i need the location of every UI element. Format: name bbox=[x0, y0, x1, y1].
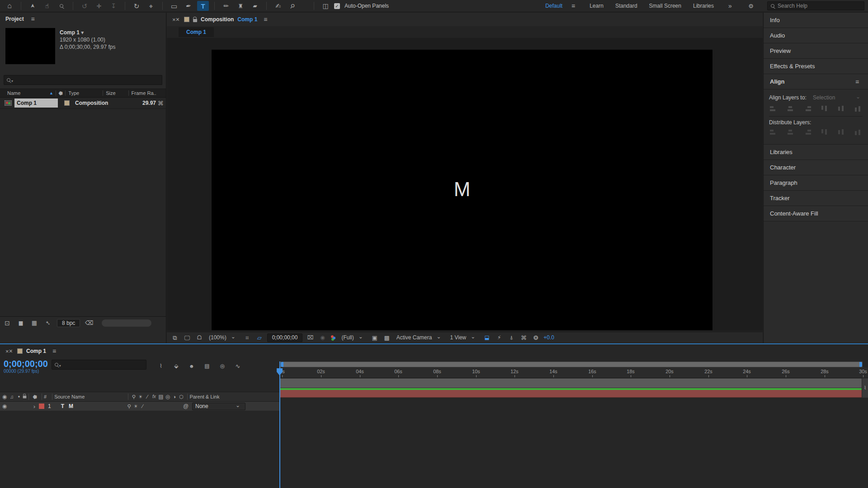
layer-label-swatch[interactable] bbox=[39, 404, 44, 409]
workspace-overflow-icon[interactable] bbox=[726, 1, 735, 10]
column-size[interactable]: Size bbox=[106, 90, 115, 96]
exposure-reset-icon[interactable] bbox=[531, 333, 540, 342]
distribute-right-icon[interactable] bbox=[854, 129, 862, 135]
panel-content-aware-fill[interactable]: Content-Aware Fill bbox=[764, 206, 868, 221]
search-options-caret-icon[interactable]: ▾ bbox=[59, 364, 61, 368]
pen-tool[interactable] bbox=[183, 1, 194, 11]
current-timecode[interactable]: 0;00;00;00 bbox=[4, 359, 48, 369]
layer-visibility-icon[interactable] bbox=[1, 402, 8, 411]
close-icon[interactable]: × bbox=[5, 347, 14, 356]
panel-align[interactable]: Align bbox=[764, 74, 868, 89]
magnification-dropdown[interactable]: (100%) bbox=[207, 333, 240, 342]
align-bottom-icon[interactable] bbox=[854, 106, 862, 112]
search-help-box[interactable] bbox=[767, 1, 864, 10]
selection-tool[interactable] bbox=[27, 1, 38, 11]
region-of-interest-icon[interactable] bbox=[255, 333, 264, 342]
collapse-switch-icon[interactable] bbox=[137, 392, 144, 401]
project-list-empty-area[interactable] bbox=[0, 108, 166, 316]
viewer-tab-comp1[interactable]: Comp 1 bbox=[179, 27, 214, 37]
distribute-vertical-center-icon[interactable] bbox=[787, 129, 794, 135]
target-region-icon[interactable] bbox=[370, 333, 379, 342]
transparency-grid-icon[interactable] bbox=[382, 333, 392, 342]
monitor-icon[interactable] bbox=[183, 333, 192, 342]
time-ruler[interactable]: 0s 02s 04s 06s 08s 10s 12s 14s 16s 18s 2… bbox=[279, 367, 868, 378]
composition-viewer[interactable]: M bbox=[167, 38, 763, 331]
lock-column-icon[interactable] bbox=[23, 395, 27, 398]
column-type[interactable]: Type bbox=[68, 90, 79, 96]
project-item-name[interactable]: Comp 1 bbox=[60, 29, 80, 36]
grid-guides-icon[interactable] bbox=[243, 333, 252, 342]
align-right-icon[interactable] bbox=[803, 106, 811, 112]
project-search-box[interactable]: ▾ bbox=[4, 75, 162, 85]
rectangle-tool[interactable] bbox=[168, 1, 180, 11]
panel-paragraph[interactable]: Paragraph bbox=[764, 175, 868, 191]
layer-expand-chevron-icon[interactable] bbox=[30, 402, 39, 411]
composition-panel-menu-icon[interactable] bbox=[261, 15, 270, 24]
audio-column-icon[interactable] bbox=[8, 392, 15, 401]
panel-info[interactable]: Info bbox=[764, 13, 868, 28]
trash-icon[interactable] bbox=[85, 319, 94, 328]
align-top-icon[interactable] bbox=[821, 106, 828, 112]
layer-number-column[interactable]: # bbox=[44, 394, 47, 399]
eraser-tool[interactable] bbox=[249, 1, 261, 11]
comp-marker-button[interactable] bbox=[862, 378, 868, 398]
show-channels-icon[interactable] bbox=[330, 335, 336, 340]
timeline-tab-comp-name[interactable]: Comp 1 bbox=[26, 348, 46, 354]
work-area-bar[interactable] bbox=[280, 361, 863, 367]
workspace-standard[interactable]: Standard bbox=[615, 3, 637, 9]
align-panel-menu-icon[interactable] bbox=[853, 77, 862, 86]
graph-editor-icon[interactable] bbox=[233, 361, 242, 371]
workspace-libraries[interactable]: Libraries bbox=[693, 3, 714, 9]
fx-switch-icon[interactable] bbox=[151, 392, 157, 401]
comp-mini-flowchart-icon[interactable] bbox=[156, 361, 165, 371]
timeline-graph-icon[interactable] bbox=[507, 333, 516, 342]
panel-tracker[interactable]: Tracker bbox=[764, 191, 868, 206]
column-name[interactable]: Name bbox=[7, 90, 20, 96]
rotation-tool[interactable] bbox=[131, 1, 142, 11]
align-left-icon[interactable] bbox=[770, 106, 778, 112]
workspace-small-screen[interactable]: Small Screen bbox=[649, 3, 681, 9]
panel-scrollbar[interactable] bbox=[102, 319, 151, 327]
frame-blend-switch-icon[interactable] bbox=[157, 392, 164, 401]
shy-layers-icon[interactable] bbox=[187, 361, 196, 371]
brush-tool[interactable] bbox=[220, 1, 232, 11]
panel-preview[interactable]: Preview bbox=[764, 43, 868, 59]
exposure-value[interactable]: +0.0 bbox=[543, 334, 554, 341]
panel-toggle-button[interactable] bbox=[320, 1, 331, 11]
timeline-search-box[interactable]: ▾ bbox=[52, 360, 146, 370]
frame-blending-icon[interactable] bbox=[203, 361, 212, 371]
composition-tab-label[interactable]: Composition bbox=[201, 16, 234, 23]
roto-brush-tool[interactable] bbox=[272, 1, 284, 11]
panel-libraries[interactable]: Libraries bbox=[764, 145, 868, 160]
shy-switch-icon[interactable] bbox=[130, 392, 137, 401]
snapshot-camera-icon[interactable] bbox=[306, 333, 315, 342]
timeline-search-input[interactable] bbox=[62, 361, 143, 368]
timeline-panel-menu-icon[interactable] bbox=[50, 347, 59, 356]
label-column-icon[interactable] bbox=[56, 89, 65, 98]
panel-effects-presets[interactable]: Effects & Presets bbox=[764, 59, 868, 74]
motion-blur-switch-icon[interactable] bbox=[164, 392, 171, 401]
label-color-swatch[interactable] bbox=[64, 100, 70, 106]
new-composition-icon[interactable] bbox=[30, 319, 39, 328]
clone-stamp-tool[interactable] bbox=[235, 1, 246, 11]
camera-tool[interactable] bbox=[145, 1, 157, 11]
workspace-learn[interactable]: Learn bbox=[590, 3, 604, 9]
quill-icon[interactable] bbox=[43, 319, 52, 328]
caret-down-icon[interactable]: ▾ bbox=[81, 29, 84, 36]
comp-flowchart-icon[interactable] bbox=[519, 333, 528, 342]
distribute-top-icon[interactable] bbox=[770, 129, 778, 135]
zoom-tool[interactable] bbox=[56, 1, 67, 11]
home-tool[interactable] bbox=[4, 1, 15, 11]
sort-ascending-icon[interactable] bbox=[47, 89, 56, 98]
layer-row-1[interactable]: 1 T M None bbox=[0, 402, 279, 411]
playhead-line[interactable] bbox=[279, 361, 280, 488]
quality-switch-icon[interactable] bbox=[144, 392, 151, 401]
composition-tab-comp-name[interactable]: Comp 1 bbox=[237, 16, 257, 23]
project-search-input[interactable] bbox=[14, 77, 159, 84]
draft-3d-icon[interactable] bbox=[172, 361, 181, 371]
pixel-aspect-icon[interactable] bbox=[482, 333, 491, 342]
project-panel-menu-icon[interactable] bbox=[28, 14, 38, 23]
parent-dropdown[interactable]: None bbox=[192, 403, 245, 410]
unlock-icon[interactable] bbox=[193, 19, 197, 22]
fast-previews-icon[interactable] bbox=[495, 333, 504, 342]
